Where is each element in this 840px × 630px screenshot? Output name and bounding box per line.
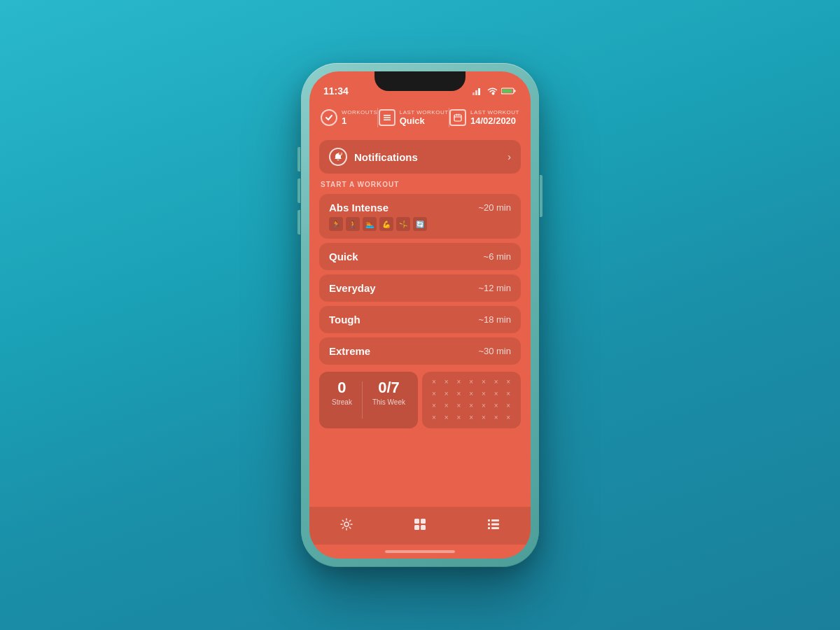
streak-item: 0 Streak [326, 379, 358, 421]
header-stats: WORKOUTS 1 [309, 102, 531, 134]
calendar-card [422, 372, 521, 428]
grid-icon [413, 517, 427, 531]
notifications-arrow: › [507, 151, 511, 162]
cal-dot [466, 401, 476, 411]
week-value: 0/7 [372, 379, 405, 397]
cal-dot [429, 401, 439, 411]
svg-rect-23 [491, 527, 499, 529]
week-label: This Week [372, 398, 405, 406]
cal-dot [503, 401, 513, 411]
svg-point-13 [344, 522, 349, 526]
wifi-icon [487, 87, 498, 95]
status-icons [472, 87, 517, 95]
svg-rect-7 [384, 117, 391, 118]
cal-dot [442, 377, 451, 387]
svg-rect-6 [384, 115, 391, 116]
exercise-icon-1: 🏃 [329, 217, 343, 231]
svg-rect-4 [514, 90, 516, 92]
svg-rect-19 [491, 519, 499, 522]
week-item: 0/7 This Week [367, 379, 411, 421]
notifications-banner[interactable]: Notifications › [319, 140, 521, 174]
cal-dot [454, 389, 463, 399]
cal-dot [491, 389, 501, 399]
last-date-stat: LAST WORKOUT 14/02/2020 [449, 109, 519, 126]
svg-rect-0 [472, 92, 475, 95]
exercise-icon-6: 🔄 [413, 217, 427, 231]
workout-name-everyday: Everyday [329, 282, 376, 294]
last-workout-label: LAST WORKOUT [400, 109, 449, 115]
last-date-label: LAST WORKOUT [470, 109, 519, 115]
list-icon [379, 109, 396, 126]
svg-rect-2 [478, 88, 480, 95]
nav-settings[interactable] [326, 513, 368, 536]
check-icon [321, 109, 337, 126]
cal-dot [454, 401, 463, 411]
main-area: Notifications › START A WORKOUT Abs Inte… [309, 134, 531, 507]
workout-name-tough: Tough [329, 314, 360, 326]
svg-rect-17 [421, 525, 426, 530]
svg-rect-18 [488, 519, 490, 522]
notifications-icon [329, 148, 347, 166]
workout-name-quick: Quick [329, 251, 358, 262]
cal-dot [479, 413, 489, 423]
section-header: START A WORKOUT [319, 178, 521, 190]
last-workout-stat: LAST WORKOUT Quick [379, 109, 449, 126]
cal-dot [466, 413, 476, 423]
cal-dot [429, 413, 439, 423]
cal-dot [491, 377, 501, 387]
workouts-stat: WORKOUTS 1 [321, 109, 377, 126]
phone-mockup: 11:34 [301, 63, 539, 567]
svg-rect-21 [491, 524, 499, 526]
nav-grid[interactable] [399, 513, 441, 536]
signal-icon [472, 87, 484, 95]
exercise-icon-4: 💪 [379, 217, 393, 231]
cal-dot [454, 377, 463, 387]
cal-dot [466, 377, 476, 387]
cal-dot [442, 413, 451, 423]
workout-name-extreme: Extreme [329, 345, 370, 357]
workouts-value: 1 [342, 115, 377, 126]
svg-rect-9 [454, 115, 461, 121]
svg-rect-8 [384, 120, 391, 121]
workout-time-extreme: ~30 min [478, 346, 511, 356]
workout-time-everyday: ~12 min [478, 283, 511, 293]
cal-dot [454, 413, 463, 423]
cal-dot [429, 377, 439, 387]
cal-dot [479, 389, 489, 399]
svg-point-12 [339, 153, 342, 155]
cal-dot [479, 377, 489, 387]
cal-dot [503, 389, 513, 399]
home-indicator [309, 545, 531, 559]
svg-rect-5 [503, 90, 512, 93]
workouts-label: WORKOUTS [342, 109, 377, 115]
exercise-icon-3: 🏊 [363, 217, 377, 231]
list-icon [486, 517, 500, 531]
svg-rect-16 [414, 525, 419, 530]
workout-time-abs: ~20 min [478, 202, 511, 213]
workout-card-tough[interactable]: Tough ~18 min [319, 306, 521, 333]
notifications-label: Notifications [354, 151, 500, 163]
svg-rect-14 [414, 519, 419, 524]
workout-card-everyday[interactable]: Everyday ~12 min [319, 274, 521, 302]
bottom-stats: 0 Streak 0/7 This Week [319, 372, 521, 428]
status-time: 11:34 [323, 85, 349, 97]
calendar-icon [449, 109, 466, 126]
workout-card-abs[interactable]: Abs Intense ~20 min 🏃 🚶 🏊 💪 🤸 🔄 [319, 194, 521, 239]
svg-rect-22 [488, 527, 490, 529]
phone-body: 11:34 [301, 63, 539, 567]
cal-dot [479, 401, 489, 411]
notch [374, 71, 465, 91]
streak-divider [362, 382, 363, 419]
workout-card-extreme[interactable]: Extreme ~30 min [319, 337, 521, 365]
svg-rect-10 [456, 114, 457, 116]
workout-card-quick[interactable]: Quick ~6 min [319, 243, 521, 270]
last-workout-value: Quick [400, 115, 449, 126]
cal-dot [503, 377, 513, 387]
nav-list[interactable] [472, 513, 514, 536]
bottom-nav [309, 507, 531, 545]
phone-screen: 11:34 [309, 71, 531, 559]
svg-rect-1 [475, 90, 477, 95]
cal-dot [491, 413, 501, 423]
workout-icons-abs: 🏃 🚶 🏊 💪 🤸 🔄 [329, 217, 511, 231]
streak-value: 0 [332, 379, 352, 397]
